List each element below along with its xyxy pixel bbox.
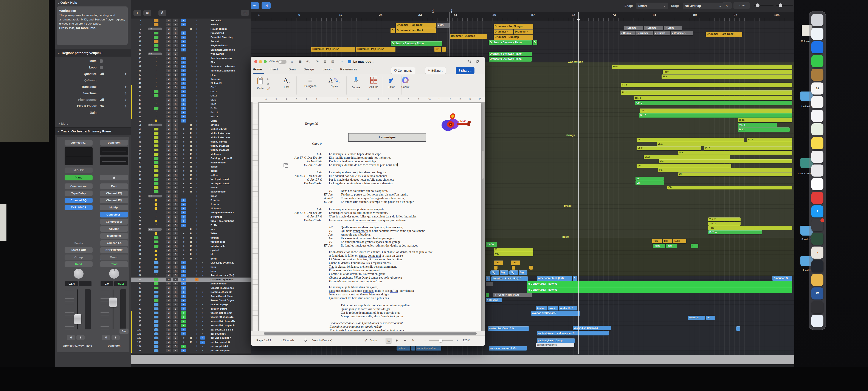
region[interactable]: Vl. 2 (704, 146, 792, 150)
solo-button[interactable]: S (173, 332, 178, 335)
region-section-header[interactable]: ⌄Region: patdontgiveup#80 (55, 49, 131, 57)
region[interactable]: Vl. 1 (657, 142, 792, 146)
editing-dropdown[interactable]: ✎ Editing ⌄ (425, 67, 446, 74)
solo-button[interactable]: S (173, 161, 178, 164)
solo-button[interactable]: S (173, 19, 178, 22)
track-row[interactable]: 59MS❄RIGaining...g Run 01 (131, 156, 251, 161)
track-row[interactable]: 38/MS❄Iflute mus...catissimo (131, 69, 251, 73)
input-monitor[interactable]: I (195, 136, 198, 139)
freeze-icon[interactable]: ❄ (181, 336, 186, 339)
solo-button[interactable]: S (173, 90, 178, 93)
freeze-icon[interactable]: ❄ (181, 332, 186, 335)
freeze-icon[interactable]: ❄ (181, 345, 186, 348)
freeze-icon[interactable]: ❄ (181, 215, 186, 218)
mute-button[interactable]: M (166, 132, 171, 135)
draft-view-icon[interactable]: ✎ (410, 338, 416, 343)
param-checkbox[interactable] (100, 59, 103, 63)
track-row[interactable]: 90MS❄IClassic H...equence (131, 286, 251, 290)
freeze-icon[interactable]: ❄ (181, 224, 186, 227)
region[interactable]: Vc. (636, 177, 664, 181)
solo-button[interactable]: S (173, 69, 178, 72)
flex-icon[interactable]: ∿ (200, 332, 205, 335)
region[interactable]: Picc. (661, 74, 792, 79)
comments-button[interactable]: 🗨 Comments (391, 67, 415, 74)
track-row[interactable]: 30MS❄IBeautiful Sine Harp (131, 35, 251, 40)
region[interactable]: patfunji (397, 346, 410, 351)
region[interactable]: Cb. (636, 181, 664, 185)
freeze-icon[interactable]: ❄ (181, 307, 186, 310)
freeze-icon[interactable]: ❄ (181, 211, 186, 214)
input-monitor[interactable]: I (195, 19, 198, 22)
freeze-icon[interactable]: ❄ (181, 261, 186, 264)
region[interactable]: patfunjinglegfun (416, 346, 441, 351)
input-monitor[interactable]: I (195, 127, 198, 131)
freeze-icon[interactable]: ❄ (181, 102, 186, 106)
books-icon[interactable] (811, 69, 824, 81)
photos-icon[interactable] (811, 178, 824, 190)
record-enable[interactable]: R (189, 253, 193, 256)
region-param-gain[interactable]: Gain: (57, 111, 130, 117)
region[interactable]: Drummer - Dubstep (450, 34, 487, 39)
param-checkbox[interactable] (100, 66, 103, 69)
redo-icon[interactable]: ↷ (316, 60, 319, 63)
mute-button[interactable]: M (166, 270, 171, 273)
region[interactable]: ◇ Concert Hall Piano 01 (527, 287, 792, 293)
freeze-icon[interactable]: ❄ (181, 19, 186, 22)
focus-icon[interactable]: ⤢ (365, 339, 367, 342)
input-monitor[interactable]: I (195, 40, 198, 43)
region[interactable]: ● Drumm (624, 26, 643, 30)
instrument-slot[interactable]: Piano (65, 175, 93, 180)
mute-button[interactable]: M (166, 332, 171, 335)
input-monitor[interactable]: I (195, 190, 198, 193)
input-monitor[interactable]: I (195, 341, 198, 344)
horizontal-scrollbar[interactable] (131, 355, 795, 364)
solo-button[interactable]: S (173, 228, 178, 231)
region-param-transpose[interactable]: Transpose:▲▼ (57, 85, 130, 91)
solo-button[interactable]: S (173, 148, 178, 152)
track-row[interactable]: 31MS❄ISunset (131, 39, 251, 44)
solo-button[interactable]: S (173, 345, 178, 348)
track-row[interactable]: 55MS❄RIviolin2 vibrato (131, 140, 251, 144)
freeze-icon[interactable]: ❄ (181, 36, 186, 39)
input-monitor[interactable]: I (195, 274, 198, 277)
downloads-folder-icon[interactable] (811, 274, 824, 286)
input-monitor[interactable]: I (195, 232, 198, 235)
freeze-icon[interactable]: ❄ (181, 274, 186, 277)
mute-button[interactable]: M (166, 94, 171, 97)
region-param-qswing[interactable]: Q-Swing: (57, 79, 130, 85)
solo-button[interactable]: S (173, 249, 178, 252)
flex-icon[interactable]: ∿ (200, 336, 205, 339)
launchpad-icon[interactable] (811, 14, 824, 26)
mute-button[interactable]: M (166, 119, 171, 122)
region[interactable]: Ob. 2 (738, 123, 777, 127)
photo-booth-icon[interactable] (811, 192, 824, 204)
mute-button[interactable]: M (166, 144, 171, 148)
mute-button[interactable]: M (166, 307, 171, 310)
region[interactable]: Audio 12: C (559, 306, 577, 310)
freeze-icon[interactable]: ❄ (181, 73, 186, 77)
record-enable[interactable]: R (189, 257, 193, 260)
input-monitor[interactable]: I (195, 86, 198, 89)
snap-dropdown[interactable]: Smart⌄ (636, 3, 668, 9)
mute-button[interactable]: M (166, 203, 171, 206)
solo-button[interactable]: S (173, 102, 178, 106)
mute-button[interactable]: M (166, 157, 171, 160)
presence-icon[interactable] (475, 60, 479, 64)
solo-button[interactable]: S (173, 232, 178, 235)
reminders-icon[interactable] (811, 110, 824, 122)
ribbon-styles-group[interactable]: A✎⌄Styles (326, 77, 343, 88)
input-monitor[interactable]: I (195, 282, 198, 285)
solo-button[interactable]: S (173, 52, 178, 56)
mute-button[interactable]: M (166, 194, 171, 198)
plugin-slot[interactable]: AdLimit (100, 226, 128, 232)
track-row[interactable]: 57MS❄RIviolin2 staccato (131, 148, 251, 152)
track-row[interactable]: 64MS❄RIVc. legato musio (131, 177, 251, 181)
freeze-icon[interactable]: ❄ (181, 157, 186, 160)
region-param-pitchsource[interactable]: Pitch Source:Off▲▼ (57, 98, 130, 104)
input-monitor[interactable]: I (195, 119, 198, 122)
freeze-icon[interactable]: ❄ (181, 303, 186, 306)
freeze-icon[interactable]: ❄ (181, 278, 186, 281)
region[interactable]: Dr (434, 47, 441, 52)
region[interactable]: Orchestra Steinway Piano (391, 41, 442, 46)
solo-button[interactable]: S (173, 31, 178, 35)
